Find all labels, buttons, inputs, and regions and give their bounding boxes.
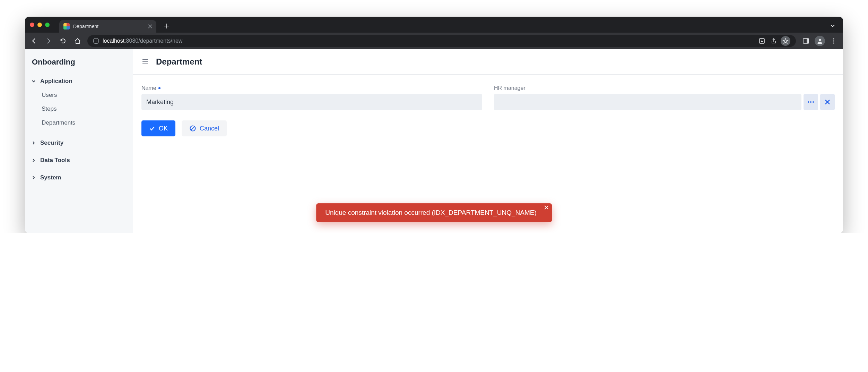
tab-overflow-icon[interactable] <box>830 23 835 28</box>
ellipsis-icon <box>807 101 815 103</box>
svg-point-7 <box>833 38 834 39</box>
window-minimize-button[interactable] <box>37 23 42 27</box>
sidebar-group-label: Data Tools <box>40 157 70 164</box>
browser-titlebar: Department <box>25 17 843 33</box>
field-hr-manager: HR manager <box>494 85 835 110</box>
url-input[interactable]: localhost:8080/departments/new <box>87 35 796 47</box>
svg-point-11 <box>810 101 811 103</box>
required-indicator-icon <box>158 87 160 89</box>
nav-back-icon[interactable] <box>29 36 39 46</box>
lookup-button[interactable] <box>804 94 818 110</box>
install-app-icon[interactable] <box>757 36 767 46</box>
hamburger-icon[interactable] <box>141 58 149 66</box>
app-title: Onboarding <box>25 58 133 74</box>
app-viewport: Onboarding Application Users Steps Depar… <box>25 49 843 233</box>
sidebar-group-security[interactable]: Security <box>25 136 133 150</box>
sidebar-item-departments[interactable]: Departments <box>25 116 133 130</box>
bookmark-star-icon[interactable] <box>781 36 790 46</box>
svg-point-8 <box>833 40 834 41</box>
sidebar-group-application[interactable]: Application <box>25 74 133 88</box>
browser-menu-icon[interactable] <box>828 36 839 46</box>
cancel-button[interactable]: Cancel <box>182 120 227 136</box>
url-text: localhost:8080/departments/new <box>103 38 182 44</box>
sidebar-item-steps[interactable]: Steps <box>25 102 133 116</box>
check-icon <box>149 125 155 132</box>
main-content: Department Name HR manager <box>133 49 843 233</box>
svg-point-12 <box>813 101 814 103</box>
prohibit-icon <box>189 125 196 132</box>
main-header: Department <box>133 49 843 75</box>
chevron-right-icon <box>31 158 37 163</box>
close-icon <box>825 99 830 105</box>
sidebar-group-data-tools[interactable]: Data Tools <box>25 153 133 167</box>
site-info-icon[interactable] <box>93 38 99 44</box>
chevron-right-icon <box>31 141 37 145</box>
clear-button[interactable] <box>820 94 835 110</box>
window-close-button[interactable] <box>30 23 34 27</box>
share-icon[interactable] <box>769 36 779 46</box>
chevron-down-icon <box>31 79 37 84</box>
chevron-right-icon <box>31 175 37 180</box>
sidebar-group-label: Security <box>40 140 63 146</box>
hr-manager-input[interactable] <box>494 94 801 110</box>
name-input[interactable] <box>141 94 482 110</box>
form-actions: OK Cancel <box>133 120 843 136</box>
svg-point-6 <box>819 39 821 41</box>
field-name: Name <box>141 85 482 110</box>
field-hr-manager-label: HR manager <box>494 85 835 91</box>
svg-point-1 <box>96 40 96 40</box>
sidebar-group-label: System <box>40 174 61 181</box>
window-maximize-button[interactable] <box>45 23 50 27</box>
field-name-label: Name <box>141 85 482 91</box>
side-panel-icon[interactable] <box>801 36 811 46</box>
svg-rect-2 <box>96 41 96 42</box>
form: Name HR manager <box>133 75 843 120</box>
browser-address-bar: localhost:8080/departments/new <box>25 33 843 49</box>
toast-message: Unique constraint violation occurred (ID… <box>325 209 537 217</box>
profile-avatar-icon[interactable] <box>815 36 825 46</box>
new-tab-button[interactable] <box>164 23 170 29</box>
svg-point-9 <box>833 42 834 43</box>
sidebar: Onboarding Application Users Steps Depar… <box>25 49 133 233</box>
nav-reload-icon[interactable] <box>58 36 68 46</box>
tab-favicon-icon <box>63 23 70 29</box>
toast-close-icon[interactable] <box>544 205 548 210</box>
sidebar-group-system[interactable]: System <box>25 171 133 185</box>
ok-button[interactable]: OK <box>141 120 175 136</box>
tab-close-icon[interactable] <box>148 24 152 28</box>
svg-rect-5 <box>807 39 809 43</box>
nav-forward-icon[interactable] <box>44 36 53 46</box>
sidebar-group-label: Application <box>40 78 72 85</box>
window-controls <box>30 23 50 27</box>
browser-tab[interactable]: Department <box>59 20 156 33</box>
browser-window: Department <box>25 17 843 233</box>
error-toast: Unique constraint violation occurred (ID… <box>316 203 552 222</box>
svg-point-10 <box>808 101 809 103</box>
tab-title: Department <box>73 24 145 29</box>
sidebar-item-users[interactable]: Users <box>25 88 133 102</box>
nav-home-icon[interactable] <box>73 36 83 46</box>
page-title: Department <box>156 57 202 67</box>
